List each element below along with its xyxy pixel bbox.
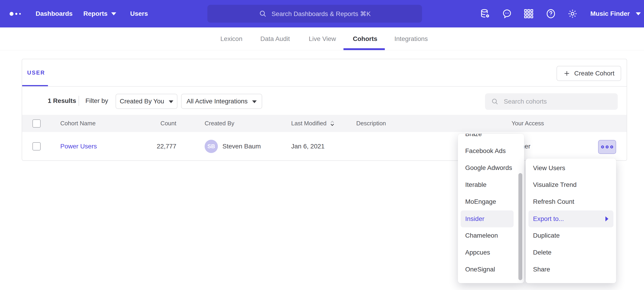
section-tabbar: Lexicon Data Audit Live View Cohorts Int… — [0, 28, 644, 50]
filter-by-label: Filter by — [86, 87, 108, 115]
active-tab-underline — [344, 48, 385, 50]
tab-label: Cohorts — [353, 35, 377, 43]
col-header-label: Last Modified — [291, 120, 326, 127]
cohort-name-cell: Power Users — [60, 132, 97, 161]
cohorts-panel: USER Create Cohort 1 Results Filter by C… — [22, 59, 627, 161]
plus-icon — [564, 70, 570, 77]
submenu-arrow-icon — [606, 216, 608, 221]
menu-item-chameleon[interactable]: Chameleon — [458, 227, 524, 244]
project-switcher[interactable]: Music Finder — [590, 0, 641, 28]
search-icon — [491, 98, 499, 105]
menu-item-visualize-trend[interactable]: Visualize Trend — [526, 176, 616, 193]
nav-item-reports[interactable]: Reports — [83, 0, 116, 28]
feedback-icon[interactable] — [502, 8, 512, 19]
tab-lexicon[interactable]: Lexicon — [220, 28, 242, 50]
select-all-checkbox[interactable] — [32, 119, 41, 128]
data-management-icon[interactable] — [480, 8, 491, 19]
project-name: Music Finder — [590, 10, 630, 17]
nav-item-dashboards[interactable]: Dashboards — [36, 0, 72, 28]
menu-item-insider[interactable]: Insider — [458, 210, 524, 227]
user-cohorts-tab[interactable]: USER — [27, 59, 45, 86]
col-header-description: Description — [356, 115, 386, 132]
top-navbar: Dashboards Reports Users Search Dashboar… — [0, 0, 644, 28]
row-checkbox-cell — [32, 132, 41, 161]
chevron-down-icon — [169, 100, 173, 103]
tab-data-audit[interactable]: Data Audit — [260, 28, 290, 50]
col-header-count: Count — [108, 115, 176, 132]
menu-item-duplicate[interactable]: Duplicate — [526, 227, 616, 244]
menu-item-google-adwords[interactable]: Google Adwords — [458, 160, 524, 176]
global-search-bar[interactable]: Search Dashboards & Reports ⌘K — [207, 5, 422, 23]
menu-item-share[interactable]: Share — [526, 261, 616, 278]
menu-item-braze[interactable]: Braze — [458, 134, 524, 142]
filter-integrations-dropdown[interactable]: All Active Integrations — [181, 94, 262, 109]
user-tab-label: USER — [27, 70, 45, 76]
menu-scrollbar-thumb[interactable] — [518, 173, 522, 280]
app-screen: Dashboards Reports Users Search Dashboar… — [0, 0, 644, 290]
apps-grid-icon[interactable] — [523, 8, 534, 19]
global-search-placeholder: Search Dashboards & Reports ⌘K — [272, 10, 371, 18]
ellipsis-icon — [606, 146, 608, 149]
nav-item-label: Dashboards — [36, 10, 72, 17]
export-destinations-menu: Braze Facebook Ads Google Adwords Iterab… — [458, 134, 524, 283]
nav-item-label: Users — [130, 10, 148, 17]
cohort-search-field[interactable] — [485, 93, 618, 110]
create-cohort-button[interactable]: Create Cohort — [556, 66, 621, 81]
nav-item-label: Reports — [83, 10, 108, 17]
menu-item-delete[interactable]: Delete — [526, 244, 616, 261]
cohort-count-cell: 22,777 — [108, 132, 176, 161]
ellipsis-icon — [601, 146, 604, 149]
cohort-actions-menu: View Users Visualize Trend Refresh Count… — [526, 159, 616, 283]
filter-created-by-dropdown[interactable]: Created By You — [116, 94, 178, 109]
help-icon[interactable] — [545, 8, 556, 19]
results-count: 1 Results — [48, 87, 76, 115]
created-by-name: Steven Baum — [222, 143, 261, 150]
filter-divider — [78, 96, 79, 106]
tab-label: Live View — [309, 35, 336, 43]
menu-item-onesignal[interactable]: OneSignal — [458, 261, 524, 278]
sort-icon — [329, 120, 335, 127]
chevron-down-icon — [636, 12, 641, 15]
col-header-your-access: Your Access — [512, 115, 544, 132]
col-header-last-modified[interactable]: Last Modified — [291, 115, 335, 132]
settings-gear-icon[interactable] — [567, 8, 578, 19]
cohort-search-input[interactable] — [503, 98, 605, 105]
menu-item-facebook-ads[interactable]: Facebook Ads — [458, 142, 524, 160]
logo-dot-small — [19, 13, 21, 15]
filter-label: All Active Integrations — [186, 98, 248, 105]
row-actions-button[interactable] — [598, 140, 616, 154]
create-cohort-label: Create Cohort — [574, 70, 614, 77]
tab-cohorts[interactable]: Cohorts — [353, 28, 377, 50]
tab-label: Integrations — [394, 35, 428, 43]
ellipsis-icon — [610, 146, 613, 149]
avatar: SB — [204, 140, 218, 153]
col-header-created-by: Created By — [204, 115, 234, 132]
menu-item-view-users[interactable]: View Users — [526, 160, 616, 177]
menu-item-export-to[interactable]: Export to... — [526, 210, 616, 227]
chevron-down-icon — [111, 12, 116, 15]
tab-label: Data Audit — [260, 35, 290, 43]
menu-item-appcues[interactable]: Appcues — [458, 244, 524, 261]
menu-item-refresh-count[interactable]: Refresh Count — [526, 193, 616, 210]
filter-label: Created By You — [120, 98, 164, 105]
mixpanel-logo[interactable] — [10, 0, 21, 28]
row-checkbox[interactable] — [32, 142, 41, 151]
search-icon — [259, 10, 267, 18]
created-by-cell: SB Steven Baum — [204, 132, 261, 161]
logo-dot-medium — [15, 13, 17, 15]
chevron-down-icon — [252, 100, 257, 103]
tab-label: Lexicon — [220, 35, 242, 43]
menu-item-iterable[interactable]: Iterable — [458, 176, 524, 193]
col-header-cohort-name: Cohort Name — [60, 115, 96, 132]
tab-live-view[interactable]: Live View — [309, 28, 336, 50]
tab-integrations[interactable]: Integrations — [394, 28, 428, 50]
cohort-name-link[interactable]: Power Users — [60, 143, 97, 150]
tabstrip-divider — [22, 86, 627, 87]
last-modified-cell: Jan 6, 2021 — [291, 132, 324, 161]
select-all-checkbox-cell — [32, 115, 41, 132]
nav-item-users[interactable]: Users — [130, 0, 148, 28]
logo-dot-large — [10, 12, 14, 16]
menu-item-moengage[interactable]: MoEngage — [458, 193, 524, 210]
